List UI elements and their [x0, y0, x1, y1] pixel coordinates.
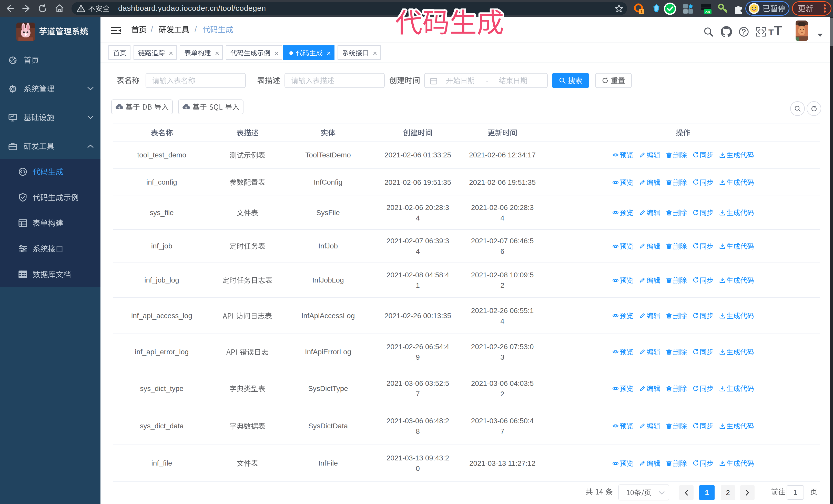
svg-text:on: on	[705, 10, 710, 14]
svg-text:1: 1	[640, 9, 643, 14]
